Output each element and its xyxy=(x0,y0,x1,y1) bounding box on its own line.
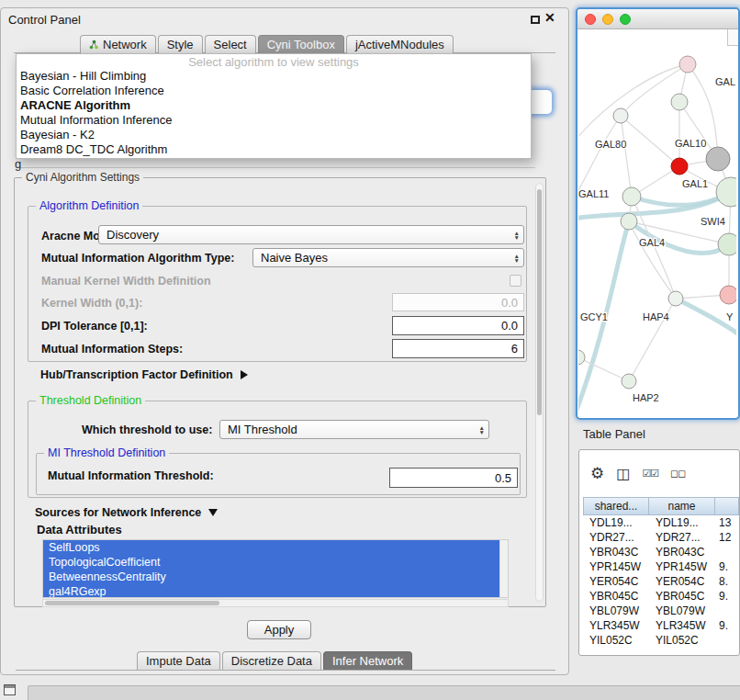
node[interactable] xyxy=(716,177,736,207)
float-window-icon[interactable] xyxy=(531,16,540,24)
node-label: GAL1 xyxy=(682,178,708,189)
node[interactable] xyxy=(679,56,696,73)
scrollbar-thumb[interactable] xyxy=(45,601,219,605)
select-columns-icon[interactable]: ☑☑ xyxy=(642,468,658,480)
deselect-columns-icon[interactable]: ◻◻ xyxy=(670,468,685,480)
table-row[interactable]: YBL079WYBL079W xyxy=(583,604,739,618)
edge[interactable] xyxy=(629,221,676,299)
aracne-mode-select[interactable]: Discovery ▲▼ xyxy=(98,225,524,244)
minimize-traffic-light[interactable] xyxy=(602,14,613,25)
algorithm-definition-group: Algorithm Definition Aracne Mode: Discov… xyxy=(28,206,527,362)
algorithm-definition-title: Algorithm Definition xyxy=(36,199,142,212)
tab-style[interactable]: Style xyxy=(158,35,203,53)
algorithm-option[interactable]: Mutual Information Inference xyxy=(17,113,531,128)
network-window[interactable]: GALGAL80GAL10GAL11GAL1SWI4GAL4GCY1HAP4YH… xyxy=(576,7,740,420)
edge[interactable] xyxy=(621,116,679,166)
algorithm-option[interactable]: ARACNE Algorithm xyxy=(17,98,531,113)
node-label: HAP4 xyxy=(643,311,669,322)
close-icon[interactable]: ✕ xyxy=(544,10,555,25)
node[interactable] xyxy=(671,158,688,175)
data-attributes-label: Data Attributes xyxy=(37,523,122,536)
table-row[interactable]: YDR27...YDR27...12 xyxy=(583,530,739,545)
table-row[interactable]: YER054CYER054C8. xyxy=(583,574,739,589)
column-header[interactable]: name xyxy=(649,497,715,515)
close-traffic-light[interactable] xyxy=(585,14,596,25)
tab-infer-network[interactable]: Infer Network xyxy=(323,651,412,670)
settings-scrollbar[interactable] xyxy=(535,183,544,602)
node[interactable] xyxy=(706,147,730,171)
column-header[interactable]: shared... xyxy=(583,497,649,515)
panel-icon[interactable] xyxy=(4,684,16,695)
triangle-down-icon[interactable] xyxy=(208,509,218,516)
algorithm-option[interactable]: Basic Correlation Inference xyxy=(17,84,531,98)
node[interactable] xyxy=(621,213,637,230)
data-attributes-list[interactable]: SelfLoopsTopologicalCoefficientBetweenne… xyxy=(42,539,509,598)
mi-threshold-label: Mutual Information Threshold: xyxy=(48,469,214,482)
list-vertical-scrollbar[interactable] xyxy=(499,540,508,597)
column-header[interactable] xyxy=(715,497,739,515)
mi-steps-value: 6 xyxy=(511,342,518,356)
tab-cyni-toolbox[interactable]: Cyni Toolbox xyxy=(258,35,344,53)
tab-network[interactable]: Network xyxy=(80,35,156,53)
node[interactable] xyxy=(578,350,585,365)
table-cell: 9. xyxy=(715,560,739,573)
dpi-tolerance-label: DPI Tolerance [0,1]: xyxy=(41,320,148,333)
triangle-right-icon[interactable] xyxy=(241,370,248,379)
dropdown-placeholder: Select algorithm to view settings xyxy=(17,55,531,69)
tab-jactivemnodules[interactable]: jActiveMNodules xyxy=(346,35,454,53)
table-panel-title: Table Panel xyxy=(583,427,645,441)
mi-threshold-field[interactable]: 0.5 xyxy=(389,468,518,488)
node[interactable] xyxy=(622,187,641,206)
table-row[interactable]: YBR043CYBR043C xyxy=(583,545,739,559)
zoom-traffic-light[interactable] xyxy=(620,14,631,25)
tab-label: jActiveMNodules xyxy=(355,38,444,51)
node[interactable] xyxy=(671,94,688,110)
table-cell: YBR043C xyxy=(649,546,715,559)
table-row[interactable]: YPR145WYPR145W9. xyxy=(583,559,739,574)
table-cell: YIL052C xyxy=(583,634,649,647)
edge[interactable] xyxy=(578,116,621,196)
attribute-item-selected[interactable]: gal4RGexp xyxy=(43,584,500,598)
dpi-tolerance-field[interactable]: 0.0 xyxy=(392,316,524,335)
hub-definition-section[interactable]: Hub/Transcription Factor Definition xyxy=(40,368,248,381)
tab-select[interactable]: Select xyxy=(205,35,256,53)
table-cell: YDR27... xyxy=(583,531,649,544)
apply-button[interactable]: Apply xyxy=(247,620,311,639)
node[interactable] xyxy=(718,233,736,255)
algorithm-option[interactable]: Dream8 DC_TDC Algorithm xyxy=(17,142,531,157)
node[interactable] xyxy=(613,108,628,123)
list-horizontal-scrollbar[interactable] xyxy=(42,599,509,607)
table-row[interactable]: YLR345WYLR345W9. xyxy=(583,618,739,633)
table-cell: 12 xyxy=(715,531,739,544)
node[interactable] xyxy=(720,286,736,304)
table-cell: 13 xyxy=(715,516,739,529)
manual-kernel-checkbox[interactable] xyxy=(510,275,521,287)
table-row[interactable]: YDL19...YDL19...13 xyxy=(583,515,739,530)
mi-type-select[interactable]: Naive Bayes ▲▼ xyxy=(252,248,524,267)
attribute-item-selected[interactable]: SelfLoops xyxy=(43,540,500,555)
node[interactable] xyxy=(622,374,636,389)
node[interactable] xyxy=(668,291,683,306)
tab-label: Cyni Toolbox xyxy=(267,38,335,51)
tab-label: Select xyxy=(214,38,247,51)
table-row[interactable]: YBR045CYBR045C9. xyxy=(583,589,739,604)
table-cell: YER054C xyxy=(649,575,715,588)
gear-icon[interactable]: ⚙ xyxy=(590,464,604,483)
network-canvas[interactable]: GALGAL80GAL10GAL11GAL1SWI4GAL4GCY1HAP4YH… xyxy=(578,30,736,418)
kernel-width-field[interactable]: 0.0 xyxy=(392,293,524,311)
tab-discretize-data[interactable]: Discretize Data xyxy=(222,651,321,670)
algorithm-option[interactable]: Bayesian - K2 xyxy=(17,128,531,142)
attribute-item-selected[interactable]: TopologicalCoefficient xyxy=(43,555,500,570)
mi-steps-field[interactable]: 6 xyxy=(392,339,524,358)
sources-section[interactable]: Sources for Network Inference xyxy=(35,506,218,519)
table-row[interactable]: YIL052CYIL052C xyxy=(583,633,739,648)
network-window-titlebar[interactable] xyxy=(577,9,738,29)
edge[interactable] xyxy=(621,116,632,197)
tab-impute-data[interactable]: Impute Data xyxy=(137,651,220,670)
table-header: shared...name xyxy=(583,497,739,515)
columns-icon[interactable]: ◫ xyxy=(616,465,630,482)
attribute-item-selected[interactable]: BetweennessCentrality xyxy=(43,570,500,584)
algorithm-option[interactable]: Bayesian - Hill Climbing xyxy=(17,69,531,84)
which-threshold-select[interactable]: MI Threshold ▲▼ xyxy=(219,420,489,439)
scrollbar-thumb[interactable] xyxy=(537,189,542,415)
